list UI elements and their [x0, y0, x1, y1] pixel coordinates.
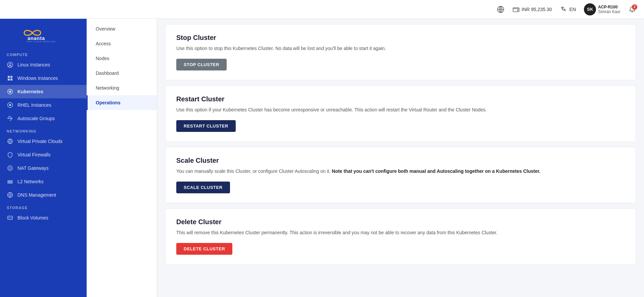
sidebar-item-label: Block Volumes	[17, 215, 48, 220]
sidebar-item-label: Autoscale Groups	[17, 116, 55, 121]
kubernetes-icon	[7, 88, 13, 95]
scale-cluster-button[interactable]: SCALE CLUSTER	[176, 182, 230, 193]
user-profile[interactable]: SK ACP-R100 Simran Kaur	[584, 3, 620, 15]
language-selector[interactable]: EN	[560, 6, 576, 13]
restart-cluster-description: Use this option if your Kubernetes Clust…	[176, 106, 625, 113]
account-id: ACP-R100	[598, 5, 617, 9]
delete-cluster-title: Delete Cluster	[176, 218, 625, 226]
subnav-item-dashboard[interactable]: Dashboard	[87, 66, 157, 81]
sidebar-item-l2-networks[interactable]: L2 Networks	[0, 175, 87, 188]
sidebar-item-label: Kubernetes	[17, 89, 43, 94]
svg-rect-5	[517, 10, 518, 11]
sidebar-item-rhel-instances[interactable]: RHEL Instances	[0, 98, 87, 112]
subnav-item-label: Access	[96, 41, 111, 46]
subnav-item-label: Operations	[96, 100, 121, 105]
sidebar-item-label: L2 Networks	[17, 179, 44, 184]
subnav-item-label: Networking	[96, 85, 119, 91]
restart-cluster-button[interactable]: RESTART CLUSTER	[176, 120, 236, 132]
sidebar-item-label: Linux Instances	[17, 62, 50, 67]
sidebar-item-windows-instances[interactable]: Windows Instances	[0, 71, 87, 85]
notification-count: 2	[632, 4, 637, 10]
sidebar-item-label: DNS Management	[17, 192, 56, 198]
scale-desc-bold: Note that you can't configure both manua…	[332, 168, 540, 174]
notifications-button[interactable]: 2	[629, 6, 636, 13]
subnav-item-label: Dashboard	[96, 70, 119, 76]
scale-cluster-section: Scale Cluster You can manually scale thi…	[165, 147, 636, 203]
avatar: SK	[584, 3, 596, 15]
compute-section-label: COMPUTE	[0, 49, 87, 58]
scale-cluster-title: Scale Cluster	[176, 157, 625, 164]
scale-desc-normal: You can manually scale this Cluster, or …	[176, 168, 332, 174]
svg-text:STPI CLOUD SERVICES: STPI CLOUD SERVICES	[27, 41, 56, 43]
translate-icon	[560, 6, 567, 13]
subnav-item-networking[interactable]: Networking	[87, 81, 157, 95]
restart-cluster-section: Restart Cluster Use this option if your …	[165, 86, 636, 142]
linux-icon	[7, 61, 13, 68]
user-name: Simran Kaur	[598, 9, 620, 14]
block-volumes-icon	[7, 214, 13, 221]
svg-point-9	[9, 63, 11, 65]
main-layout: ananta STPI CLOUD SERVICES COMPUTE Linux…	[0, 19, 644, 297]
delete-cluster-section: Delete Cluster This will remove this Kub…	[165, 208, 636, 264]
subnav-item-label: Nodes	[96, 56, 109, 61]
sidebar-item-label: NAT Gateways	[17, 165, 49, 171]
svg-point-16	[9, 104, 11, 106]
content-area: Stop Cluster Use this option to stop thi…	[157, 19, 644, 297]
user-info: ACP-R100 Simran Kaur	[598, 5, 620, 14]
nat-icon	[7, 165, 13, 171]
delete-cluster-description: This will remove this Kubernetes Cluster…	[176, 229, 625, 236]
subnav: Overview Access Nodes Dashboard Networki…	[87, 19, 157, 297]
sidebar: ananta STPI CLOUD SERVICES COMPUTE Linux…	[0, 19, 87, 297]
autoscale-icon	[7, 115, 13, 122]
sidebar-item-block-volumes[interactable]: Block Volumes	[0, 211, 87, 225]
svg-point-18	[9, 167, 11, 169]
logo: ananta STPI CLOUD SERVICES	[0, 19, 87, 49]
stop-cluster-section: Stop Cluster Use this option to stop thi…	[165, 24, 636, 80]
sidebar-item-firewalls[interactable]: Virtual Firewalls	[0, 148, 87, 161]
restart-cluster-title: Restart Cluster	[176, 95, 625, 103]
sidebar-item-dns-management[interactable]: DNS Management	[0, 188, 87, 202]
delete-cluster-button[interactable]: DELETE CLUSTER	[176, 243, 232, 255]
dns-icon	[7, 192, 13, 198]
sidebar-item-vpcs[interactable]: Virtual Private Clouds	[0, 135, 87, 148]
sidebar-item-label: Virtual Private Clouds	[17, 139, 62, 144]
stop-cluster-description: Use this option to stop this Kubernetes …	[176, 45, 625, 52]
sidebar-item-label: Virtual Firewalls	[17, 152, 51, 157]
svg-point-8	[7, 62, 13, 67]
topbar: INR 95,235.30 EN SK ACP-R100 Simran Kaur…	[0, 0, 644, 19]
balance-display: INR 95,235.30	[512, 6, 552, 13]
l2-icon	[7, 178, 13, 185]
sidebar-item-linux-instances[interactable]: Linux Instances	[0, 58, 87, 71]
subnav-item-nodes[interactable]: Nodes	[87, 51, 157, 66]
svg-text:ananta: ananta	[28, 36, 45, 41]
scale-cluster-description: You can manually scale this Cluster, or …	[176, 168, 625, 175]
storage-section-label: STORAGE	[0, 202, 87, 211]
subnav-item-operations[interactable]: Operations	[87, 95, 157, 110]
stop-cluster-title: Stop Cluster	[176, 34, 625, 42]
globe-icon	[497, 6, 504, 13]
globe-icon-btn[interactable]	[497, 6, 504, 13]
subnav-item-access[interactable]: Access	[87, 36, 157, 51]
svg-point-17	[8, 166, 12, 170]
wallet-icon	[512, 6, 520, 13]
svg-rect-12	[8, 79, 10, 81]
svg-rect-13	[10, 79, 12, 81]
svg-rect-19	[8, 181, 12, 182]
balance-text: INR 95,235.30	[522, 7, 552, 12]
sidebar-item-label: RHEL Instances	[17, 102, 51, 108]
subnav-item-label: Overview	[96, 26, 115, 32]
sidebar-item-nat-gateways[interactable]: NAT Gateways	[0, 161, 87, 175]
svg-rect-4	[513, 8, 519, 12]
sidebar-item-kubernetes[interactable]: Kubernetes	[0, 85, 87, 98]
sidebar-item-autoscale-groups[interactable]: Autoscale Groups	[0, 112, 87, 125]
windows-icon	[7, 75, 13, 82]
lang-text: EN	[569, 7, 576, 12]
networking-section-label: NETWORKING	[0, 125, 87, 135]
sidebar-item-label: Windows Instances	[17, 76, 58, 81]
subnav-item-overview[interactable]: Overview	[87, 21, 157, 36]
stop-cluster-button[interactable]: STOP CLUSTER	[176, 59, 227, 70]
svg-rect-20	[8, 182, 12, 183]
vpc-icon	[7, 138, 13, 145]
rhel-icon	[7, 102, 13, 108]
svg-rect-10	[8, 76, 10, 78]
